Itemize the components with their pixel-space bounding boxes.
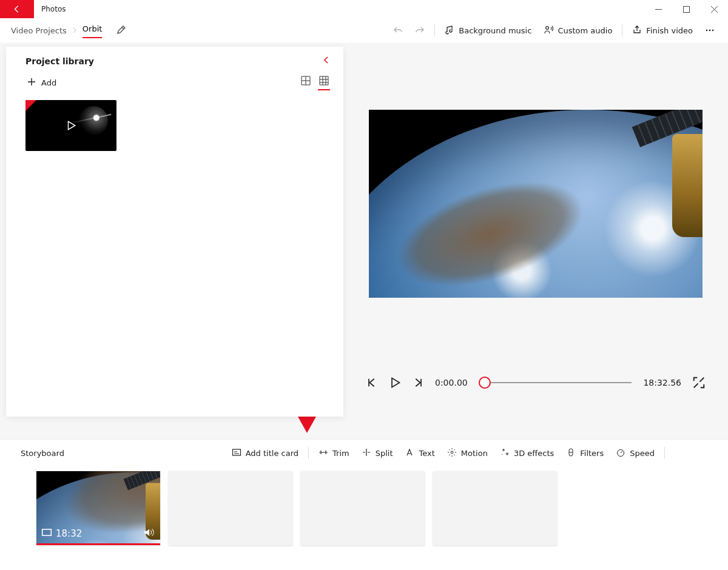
- svg-rect-0: [683, 6, 689, 12]
- total-time: 18:32.56: [642, 378, 681, 387]
- breadcrumb: Video Projects Orbit: [11, 24, 126, 37]
- storyboard-panel: Storyboard Add title card Trim Split: [0, 439, 728, 570]
- play-button[interactable]: [389, 377, 401, 389]
- person-audio-icon: [544, 25, 553, 36]
- project-library-panel: Project library Add: [6, 47, 343, 417]
- work-area: Project library Add: [0, 43, 728, 440]
- separator: [622, 24, 622, 36]
- storyboard-empty-slot[interactable]: [301, 471, 425, 545]
- close-button[interactable]: [700, 0, 728, 18]
- btn-label: Filters: [580, 449, 604, 458]
- split-button[interactable]: Split: [356, 448, 399, 459]
- svg-point-6: [451, 451, 453, 454]
- breadcrumb-current[interactable]: Orbit: [83, 24, 103, 37]
- grid-large-button[interactable]: [301, 76, 311, 89]
- frame-back-button[interactable]: [366, 377, 378, 389]
- svg-rect-5: [232, 449, 240, 455]
- command-bar: Video Projects Orbit Background music Cu…: [0, 18, 728, 43]
- add-title-card-button[interactable]: Add title card: [226, 448, 305, 459]
- storyboard-empty-slot[interactable]: [433, 471, 557, 545]
- current-time: 0:00.00: [435, 378, 474, 387]
- svg-point-2: [706, 30, 707, 31]
- custom-audio-button[interactable]: Custom audio: [538, 18, 618, 42]
- speed-button[interactable]: Speed: [610, 448, 661, 459]
- btn-label: Text: [419, 449, 435, 458]
- add-media-button[interactable]: Add: [27, 77, 56, 89]
- trim-icon: [318, 448, 328, 459]
- separator: [434, 24, 435, 36]
- 3d-effects-button[interactable]: 3D effects: [494, 448, 560, 459]
- breadcrumb-root[interactable]: Video Projects: [11, 26, 67, 35]
- edit-name-button[interactable]: [116, 25, 126, 36]
- cmd-label: Background music: [459, 26, 531, 35]
- storyboard-clip[interactable]: 18:32: [36, 471, 160, 545]
- app-window: Photos Video Projects Orbit Background m…: [0, 0, 728, 570]
- sparkle-icon: [500, 448, 510, 459]
- plus-icon: [27, 77, 36, 89]
- chevron-right-icon: [72, 26, 78, 35]
- fullscreen-button[interactable]: [692, 377, 706, 389]
- filters-button[interactable]: Filters: [560, 448, 610, 459]
- undo-button[interactable]: [387, 18, 409, 42]
- transport-controls: 0:00.00 18:32.56: [366, 377, 706, 389]
- title-card-icon: [232, 448, 241, 459]
- redo-button[interactable]: [409, 18, 431, 42]
- play-overlay-icon: [25, 100, 116, 151]
- storyboard-title: Storyboard: [21, 449, 64, 458]
- maximize-button[interactable]: [672, 0, 700, 18]
- add-label: Add: [41, 78, 56, 87]
- more-button[interactable]: [699, 18, 721, 42]
- window-controls: [644, 0, 728, 18]
- scrubber-handle-icon[interactable]: [479, 377, 491, 389]
- minimize-button[interactable]: [644, 0, 672, 18]
- btn-label: Motion: [461, 449, 488, 458]
- grid-small-button[interactable]: [319, 76, 329, 89]
- cmd-label: Finish video: [646, 26, 693, 35]
- storyboard-empty-slot[interactable]: [169, 471, 292, 545]
- export-icon: [632, 25, 642, 36]
- svg-point-1: [546, 26, 549, 29]
- btn-label: Trim: [332, 449, 349, 458]
- project-library-title: Project library: [25, 56, 94, 66]
- music-icon: [445, 25, 454, 36]
- svg-point-3: [709, 30, 710, 31]
- text-button[interactable]: Text: [399, 448, 441, 459]
- separator: [308, 447, 309, 459]
- scrubber[interactable]: [485, 377, 632, 389]
- clip-volume-button[interactable]: [143, 527, 154, 540]
- app-title: Photos: [34, 0, 73, 18]
- btn-label: Add title card: [246, 449, 298, 458]
- back-button[interactable]: [0, 0, 34, 18]
- trim-button[interactable]: Trim: [312, 448, 356, 459]
- text-icon: [405, 448, 415, 459]
- finish-video-button[interactable]: Finish video: [626, 18, 699, 42]
- duration-icon: [41, 527, 52, 540]
- preview-player[interactable]: [369, 110, 703, 298]
- frame-forward-button[interactable]: [412, 377, 424, 389]
- split-icon: [362, 448, 371, 459]
- cmd-label: Custom audio: [558, 26, 612, 35]
- background-music-button[interactable]: Background music: [439, 18, 538, 42]
- motion-button[interactable]: Motion: [441, 448, 494, 459]
- title-bar: Photos: [0, 0, 728, 18]
- btn-label: Split: [376, 449, 393, 458]
- clip-duration: 18:32: [56, 528, 82, 539]
- filters-icon: [566, 448, 576, 459]
- separator: [664, 447, 665, 459]
- storyboard-clips: 18:32: [0, 466, 728, 545]
- collapse-library-button[interactable]: [322, 55, 331, 67]
- btn-label: Speed: [630, 449, 655, 458]
- svg-rect-13: [42, 529, 52, 535]
- btn-label: 3D effects: [514, 449, 554, 458]
- library-clip-thumbnail[interactable]: [25, 100, 116, 151]
- speed-icon: [616, 448, 625, 459]
- motion-icon: [447, 448, 457, 459]
- preview-pane: 0:00.00 18:32.56: [343, 43, 728, 440]
- svg-point-4: [712, 30, 713, 31]
